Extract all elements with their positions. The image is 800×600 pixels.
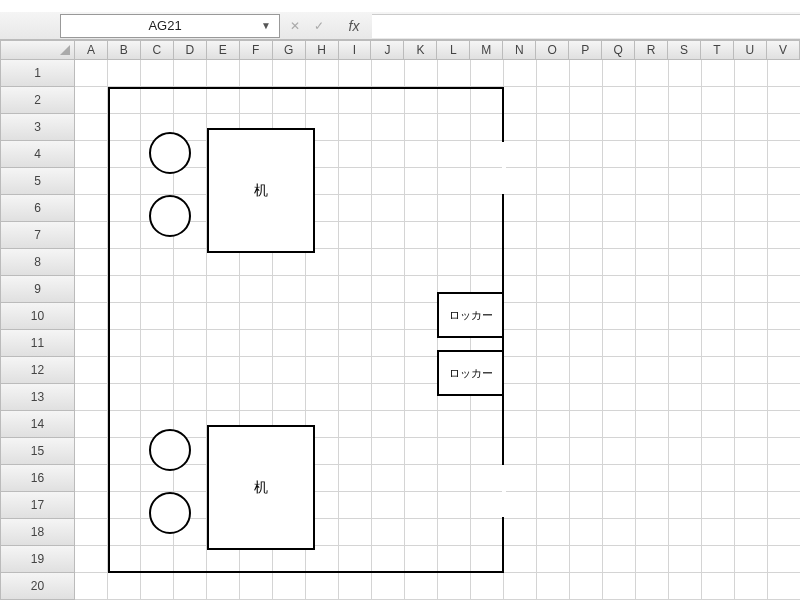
cell[interactable] (768, 87, 800, 114)
cell[interactable] (702, 384, 735, 411)
cell[interactable] (636, 330, 669, 357)
cell[interactable] (636, 411, 669, 438)
cell[interactable] (702, 114, 735, 141)
cell[interactable] (702, 519, 735, 546)
cell[interactable] (603, 87, 636, 114)
cell[interactable] (735, 303, 768, 330)
cell[interactable] (636, 276, 669, 303)
cell[interactable] (702, 411, 735, 438)
row-header-16[interactable]: 16 (0, 465, 75, 492)
row-header-5[interactable]: 5 (0, 168, 75, 195)
dropdown-arrow-icon[interactable]: ▼ (261, 20, 271, 31)
cell[interactable] (603, 168, 636, 195)
row-header-10[interactable]: 10 (0, 303, 75, 330)
cell[interactable] (603, 330, 636, 357)
cell[interactable] (669, 546, 702, 573)
cell[interactable] (75, 492, 108, 519)
cell[interactable] (570, 87, 603, 114)
cell[interactable] (735, 411, 768, 438)
cell[interactable] (75, 546, 108, 573)
chair-2[interactable] (149, 195, 191, 237)
cell[interactable] (537, 249, 570, 276)
cell[interactable] (570, 465, 603, 492)
cell[interactable] (702, 60, 735, 87)
cell[interactable] (603, 438, 636, 465)
cell[interactable] (735, 465, 768, 492)
desk-1[interactable]: 机 (207, 128, 315, 253)
row-header-19[interactable]: 19 (0, 546, 75, 573)
fx-icon[interactable]: fx (340, 18, 368, 34)
cell[interactable] (141, 573, 174, 600)
cell[interactable] (438, 573, 471, 600)
cell[interactable] (768, 249, 800, 276)
cell[interactable] (108, 573, 141, 600)
cell[interactable] (735, 438, 768, 465)
cell[interactable] (504, 384, 537, 411)
cell[interactable] (75, 60, 108, 87)
cell[interactable] (306, 573, 339, 600)
cell[interactable] (768, 222, 800, 249)
cell[interactable] (636, 492, 669, 519)
cell[interactable] (75, 357, 108, 384)
cell[interactable] (537, 303, 570, 330)
cell[interactable] (735, 330, 768, 357)
cell[interactable] (669, 276, 702, 303)
cell[interactable] (504, 168, 537, 195)
cell[interactable] (537, 573, 570, 600)
cell[interactable] (702, 357, 735, 384)
cell[interactable] (570, 222, 603, 249)
cell[interactable] (504, 249, 537, 276)
cell[interactable] (603, 546, 636, 573)
cell[interactable] (570, 195, 603, 222)
col-header-H[interactable]: H (306, 40, 339, 60)
cell[interactable] (735, 87, 768, 114)
cell[interactable] (669, 465, 702, 492)
cell[interactable] (504, 222, 537, 249)
cell[interactable] (603, 303, 636, 330)
locker-2[interactable]: ロッカー (437, 350, 504, 396)
cell[interactable] (339, 60, 372, 87)
cell[interactable] (603, 411, 636, 438)
cell[interactable] (636, 384, 669, 411)
cell[interactable] (603, 357, 636, 384)
cell[interactable] (636, 303, 669, 330)
cell[interactable] (669, 168, 702, 195)
cell[interactable] (174, 60, 207, 87)
cell[interactable] (702, 465, 735, 492)
col-header-I[interactable]: I (339, 40, 372, 60)
cell[interactable] (570, 114, 603, 141)
col-header-T[interactable]: T (701, 40, 734, 60)
cell[interactable] (405, 573, 438, 600)
cell[interactable] (735, 114, 768, 141)
cell[interactable] (603, 465, 636, 492)
cell[interactable] (504, 195, 537, 222)
cell[interactable] (240, 60, 273, 87)
cell[interactable] (75, 87, 108, 114)
desk-2[interactable]: 机 (207, 425, 315, 550)
cell[interactable] (537, 357, 570, 384)
row-header-20[interactable]: 20 (0, 573, 75, 600)
cell[interactable] (702, 222, 735, 249)
cell[interactable] (768, 114, 800, 141)
col-header-J[interactable]: J (371, 40, 404, 60)
cell[interactable] (75, 411, 108, 438)
cell[interactable] (669, 357, 702, 384)
cell[interactable] (768, 141, 800, 168)
row-header-12[interactable]: 12 (0, 357, 75, 384)
cell[interactable] (735, 195, 768, 222)
cell[interactable] (75, 114, 108, 141)
cell[interactable] (537, 519, 570, 546)
cell[interactable] (570, 357, 603, 384)
cell[interactable] (537, 114, 570, 141)
cell[interactable] (603, 222, 636, 249)
col-header-D[interactable]: D (174, 40, 207, 60)
cell[interactable] (537, 384, 570, 411)
row-header-4[interactable]: 4 (0, 141, 75, 168)
cell[interactable] (372, 573, 405, 600)
cell[interactable] (504, 87, 537, 114)
cell[interactable] (603, 249, 636, 276)
cell[interactable] (636, 60, 669, 87)
row-header-14[interactable]: 14 (0, 411, 75, 438)
cell[interactable] (636, 222, 669, 249)
cell[interactable] (240, 573, 273, 600)
